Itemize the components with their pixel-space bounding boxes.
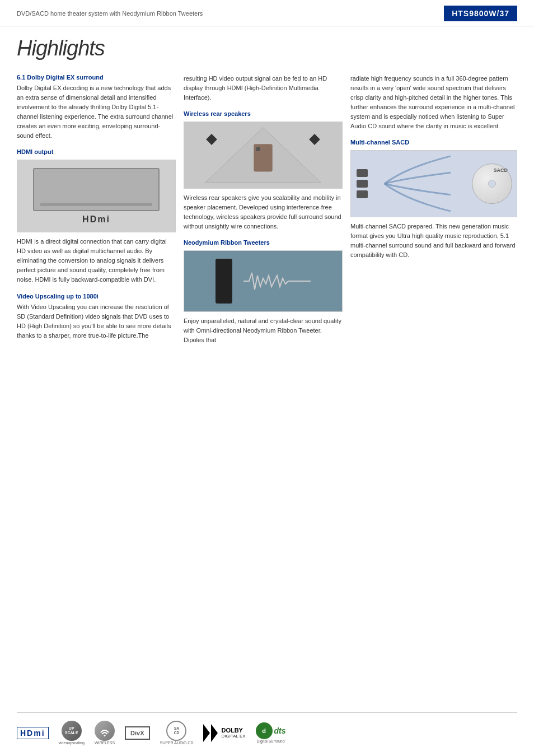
dts-name: dts xyxy=(274,726,286,735)
footer-dts: d dts Digital Surround xyxy=(256,722,286,743)
dolby-double-d-left xyxy=(203,724,210,742)
section-tweeter-body: Enjoy unparalleled, natural and crystal-… xyxy=(184,316,343,345)
footer-hdmi: HDmi xyxy=(17,727,49,739)
section-upscaling-body: With Video Upscaling you can increase th… xyxy=(17,302,176,340)
section-dolby-body: Dolby Digital EX decoding is a new techn… xyxy=(17,83,176,141)
dolby-sub: DIGITAL EX xyxy=(221,734,245,739)
sacd-disc-label: SACD xyxy=(493,167,508,173)
tweeter-speaker xyxy=(216,259,232,304)
section-sacd-body: Multi-channel SACD prepared. This new ge… xyxy=(350,222,517,260)
footer-dolby: DOLBY DIGITAL EX xyxy=(203,724,245,742)
svg-rect-2 xyxy=(256,147,260,151)
superaudio-label: SUPER AUDIO CD xyxy=(160,741,194,745)
section-dolby-title: 6.1 Dolby Digital EX surround xyxy=(17,74,176,81)
main-content: 6.1 Dolby Digital EX surround Dolby Digi… xyxy=(0,66,534,345)
tweeter-wave-svg xyxy=(243,267,311,295)
svg-point-3 xyxy=(104,735,105,736)
footer-divx: DivX xyxy=(125,726,149,740)
footer-videoupscaling: UPSCALE videoupscaling xyxy=(59,721,85,745)
column-1: 6.1 Dolby Digital EX surround Dolby Digi… xyxy=(17,66,184,345)
tweeter-image xyxy=(184,250,343,312)
dolby-double-d-right xyxy=(211,724,218,742)
section-wireless-title: Wireless rear speakers xyxy=(184,110,343,117)
hdmi-image: HDmi xyxy=(17,160,176,232)
sacd-image: SACD xyxy=(350,150,517,217)
page-title: Highlights xyxy=(0,26,534,66)
videoupscaling-icon: UPSCALE xyxy=(62,721,82,741)
hdmi-logo-text: HDmi xyxy=(82,214,110,225)
section-tweeter-cont: radiate high frequency sounds in a full … xyxy=(350,74,517,131)
footer-logos: HDmi UPSCALE videoupscaling WIRELESS Div… xyxy=(17,712,517,745)
section-hdmi-body: HDMI is a direct digital connection that… xyxy=(17,237,176,284)
wireless-image xyxy=(184,122,343,189)
dolby-name: DOLBY xyxy=(221,727,245,734)
footer-superaudio: SACD SUPER AUDIO CD xyxy=(160,721,194,745)
superaudio-icon: SACD xyxy=(166,721,186,741)
section-hdmi-title: HDMI output xyxy=(17,148,176,155)
section-tweeter-title: Neodymium Ribbon Tweeters xyxy=(184,239,343,246)
dts-circle-icon: d xyxy=(256,722,273,739)
videoupscaling-label: videoupscaling xyxy=(59,741,85,745)
wireless-footer-label: WIRELESS xyxy=(95,741,115,745)
section-wireless-body: Wireless rear speakers give you scalabil… xyxy=(184,193,343,231)
section-upscaling-cont: resulting HD video output signal can be … xyxy=(184,74,343,102)
dts-sub-label: Digital Surround xyxy=(256,739,284,743)
page-header: DVD/SACD home theater system with Neodym… xyxy=(0,0,534,26)
wireless-icon xyxy=(95,721,115,741)
model-number: HTS9800W/37 xyxy=(444,6,517,21)
section-upscaling-title: Video Upscaling up to 1080i xyxy=(17,293,176,300)
section-sacd-title: Multi-channel SACD xyxy=(350,139,517,146)
header-subtitle: DVD/SACD home theater system with Neodym… xyxy=(17,10,203,17)
column-2: resulting HD video output signal can be … xyxy=(184,66,350,345)
divx-logo: DivX xyxy=(125,726,149,740)
footer-wireless: WIRELESS xyxy=(95,721,115,745)
hdmi-footer-logo: HDmi xyxy=(17,727,49,739)
column-3: radiate high frequency sounds in a full … xyxy=(350,66,517,345)
